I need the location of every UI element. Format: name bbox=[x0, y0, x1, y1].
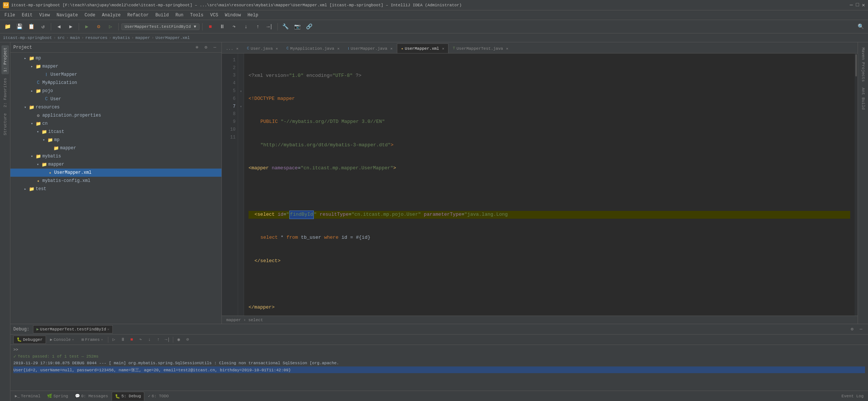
menu-tools[interactable]: Tools bbox=[187, 12, 207, 19]
settings-gear-icon[interactable]: ⚙ bbox=[202, 44, 210, 51]
close-icon[interactable]: ✕ bbox=[390, 46, 392, 51]
debug-session-tab[interactable]: ▶ UserMapperTest.testFindById ✕ bbox=[33, 325, 113, 333]
attach-button[interactable]: 🔗 bbox=[304, 22, 315, 32]
tree-node-mapper-mp[interactable]: ▸ 📁 mapper bbox=[10, 62, 221, 71]
menu-build[interactable]: Build bbox=[152, 12, 172, 19]
tree-node-mapper-itcast[interactable]: 📁 mapper bbox=[10, 144, 221, 152]
stop-debug-button[interactable]: ■ bbox=[128, 336, 136, 344]
close-button[interactable]: ✕ bbox=[862, 2, 865, 8]
menu-edit[interactable]: Edit bbox=[19, 12, 36, 19]
sidebar-tab-project[interactable]: 1: Project bbox=[1, 45, 9, 74]
tab-user-java[interactable]: C User.java ✕ bbox=[243, 43, 282, 53]
menu-analyze[interactable]: Analyze bbox=[99, 12, 124, 19]
save-button[interactable]: 💾 bbox=[14, 22, 24, 32]
tab-myapplication-java[interactable]: C MyApplication.java ✕ bbox=[282, 43, 343, 53]
camera-button[interactable]: 📷 bbox=[292, 22, 303, 32]
maven-projects-tab[interactable]: Maven Projects bbox=[859, 45, 867, 84]
sidebar-tab-structure[interactable]: Structure bbox=[1, 111, 9, 137]
close-icon[interactable]: ✕ bbox=[442, 46, 444, 51]
step-into-button[interactable]: ↓ bbox=[241, 22, 251, 32]
synchronize-button[interactable]: ↺ bbox=[38, 22, 48, 32]
run-cursor-debug[interactable]: →| bbox=[163, 336, 171, 344]
tree-node-mybatis-config[interactable]: ✦ mybatis-config.xml bbox=[10, 177, 221, 185]
scope-button[interactable]: ⊕ bbox=[193, 44, 201, 51]
step-over-debug[interactable]: ↷ bbox=[137, 336, 145, 344]
minimize-button[interactable]: — bbox=[850, 2, 853, 8]
tree-node-mp-itcast[interactable]: ▾ 📁 mp bbox=[10, 136, 221, 144]
step-over-button[interactable]: ↷ bbox=[229, 22, 239, 32]
tab-usermapper-xml[interactable]: ✦ UserMapper.xml ✕ bbox=[397, 43, 448, 53]
bc-resources[interactable]: resources bbox=[85, 36, 107, 40]
console-tab[interactable]: ▶ Console ▾ bbox=[47, 336, 78, 344]
run-button[interactable]: ▷ bbox=[105, 22, 116, 32]
bc-itcast[interactable]: itcast-mp-springboot bbox=[3, 36, 52, 40]
bc-mybatis[interactable]: mybatis bbox=[113, 36, 130, 40]
tree-node-cn[interactable]: ▾ 📁 cn bbox=[10, 120, 221, 128]
sidebar-tab-favorites[interactable]: 2: Favorites bbox=[1, 76, 9, 110]
spring-tab[interactable]: 🌿 Spring bbox=[44, 392, 71, 401]
tree-node-mybatis[interactable]: ▾ 📁 mybatis bbox=[10, 152, 221, 160]
debugger-tab[interactable]: 🐛 Debugger bbox=[13, 336, 46, 344]
menu-navigate[interactable]: Navigate bbox=[53, 12, 81, 19]
close-icon[interactable]: ✕ bbox=[337, 46, 339, 51]
tree-node-myapplication[interactable]: C MyApplication bbox=[10, 79, 221, 87]
tree-node-resources[interactable]: ▾ 📁 resources bbox=[10, 103, 221, 111]
messages-tab[interactable]: 💬 0: Messages bbox=[72, 392, 111, 401]
run-to-cursor-button[interactable]: →| bbox=[264, 22, 275, 32]
vertical-scrollbar[interactable] bbox=[855, 53, 858, 316]
close-icon[interactable]: ✕ bbox=[276, 46, 278, 51]
step-into-debug[interactable]: ↓ bbox=[145, 336, 154, 344]
tree-node-test[interactable]: ▸ 📁 test bbox=[10, 185, 221, 193]
debug-run-button[interactable]: ⚙ bbox=[93, 22, 104, 32]
fold-7[interactable]: ▾ bbox=[238, 103, 244, 111]
back-button[interactable]: ◀ bbox=[54, 22, 64, 32]
hide-panel-button[interactable]: — bbox=[211, 44, 218, 51]
close-debug-button[interactable]: — bbox=[857, 325, 865, 333]
bc-usermapper-xml[interactable]: UserMapper.xml bbox=[155, 36, 190, 40]
stop-button[interactable]: ■ bbox=[205, 22, 216, 32]
tree-node-itcast[interactable]: ▾ 📁 itcast bbox=[10, 128, 221, 136]
menu-vcs[interactable]: VCS bbox=[207, 12, 221, 19]
event-log-tab[interactable]: Event Log bbox=[839, 392, 867, 401]
tree-node-usermapper[interactable]: Ⅰ UserMapper bbox=[10, 71, 221, 79]
view-breakpoints[interactable]: ◉ bbox=[175, 336, 183, 344]
menu-help[interactable]: Help bbox=[244, 12, 261, 19]
tab-usermappertest-java[interactable]: T UserMapperTest.java ✕ bbox=[449, 43, 512, 53]
debug-settings-icon[interactable]: ⚙ bbox=[848, 325, 856, 333]
pause-debug-button[interactable]: ⏸ bbox=[119, 336, 127, 344]
maximize-button[interactable]: □ bbox=[856, 2, 859, 8]
menu-run[interactable]: Run bbox=[172, 12, 187, 19]
run-config-dropdown[interactable]: UserMapperTest.testFindById ▼ bbox=[121, 23, 200, 30]
build-button[interactable]: ▶ bbox=[82, 22, 92, 32]
fold-5[interactable]: ▾ bbox=[238, 87, 244, 95]
step-out-button[interactable]: ↑ bbox=[253, 22, 263, 32]
search-everywhere-button[interactable]: 🔍 bbox=[855, 22, 866, 32]
menu-view[interactable]: View bbox=[36, 12, 53, 19]
tree-node-user[interactable]: C User bbox=[10, 95, 221, 103]
resume-button[interactable]: ▷ bbox=[110, 336, 118, 344]
menu-window[interactable]: Window bbox=[222, 12, 244, 19]
close-icon[interactable]: ✕ bbox=[236, 46, 239, 51]
code-area[interactable]: <?xml version="1.0" encoding="UTF-8" ?> … bbox=[244, 53, 855, 316]
tree-node-app-properties[interactable]: ⚙ application.properties bbox=[10, 111, 221, 120]
menu-file[interactable]: File bbox=[1, 12, 18, 19]
tree-node-usermapper-xml[interactable]: ✦ UserMapper.xml bbox=[10, 169, 221, 177]
tab-usermapper-java[interactable]: Ⅰ UserMapper.java ✕ bbox=[344, 43, 397, 53]
tab-ellipsis[interactable]: ... ✕ bbox=[222, 43, 243, 53]
ant-build-tab[interactable]: Ant Build bbox=[859, 85, 867, 112]
menu-code[interactable]: Code bbox=[82, 12, 98, 19]
bc-mapper[interactable]: mapper bbox=[135, 36, 150, 40]
mute-breakpoints[interactable]: ⊘ bbox=[184, 336, 192, 344]
pause-button[interactable]: ⏸ bbox=[217, 22, 227, 32]
debug-tab[interactable]: 🐛 5: Debug bbox=[112, 392, 144, 401]
tree-node-mp[interactable]: ▸ 📁 mp bbox=[10, 54, 221, 62]
save-all-button[interactable]: 📋 bbox=[26, 22, 36, 32]
open-folder-button[interactable]: 📁 bbox=[2, 22, 13, 32]
menu-refactor[interactable]: Refactor bbox=[124, 12, 152, 19]
forward-button[interactable]: ▶ bbox=[66, 22, 76, 32]
bc-src[interactable]: src bbox=[57, 36, 65, 40]
close-icon[interactable]: ✕ bbox=[506, 46, 508, 51]
terminal-tab[interactable]: ▶_ Terminal bbox=[12, 392, 43, 401]
bc-main[interactable]: main bbox=[70, 36, 80, 40]
todo-tab[interactable]: ✓ 6: TODO bbox=[145, 392, 172, 401]
